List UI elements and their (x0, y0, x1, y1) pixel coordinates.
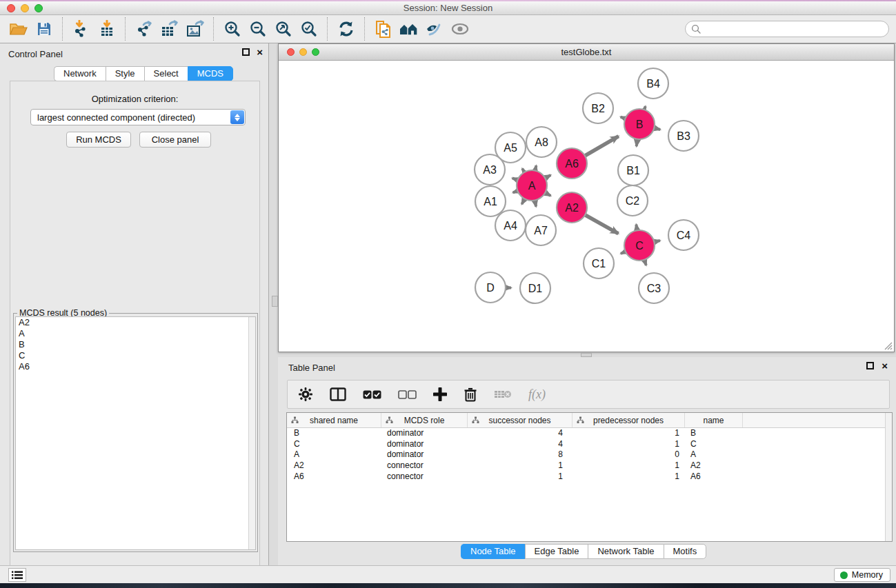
table-row[interactable]: Adominator80A (287, 449, 892, 460)
table-cell[interactable]: 1 (573, 472, 685, 483)
add-column-button[interactable] (433, 384, 447, 405)
tab-select[interactable]: Select (144, 66, 188, 81)
zoom-in-button[interactable] (219, 18, 245, 40)
table-row[interactable]: Cdominator41C (287, 439, 892, 450)
graph-node-C4[interactable]: C4 (668, 220, 699, 250)
tab-style[interactable]: Style (106, 66, 144, 81)
tab-motifs[interactable]: Motifs (664, 544, 707, 559)
tab-network-table[interactable]: Network Table (588, 544, 663, 559)
graph-node-A8[interactable]: A8 (526, 127, 557, 157)
clone-network-button[interactable] (370, 18, 396, 40)
table-cell[interactable]: connector (381, 472, 468, 483)
graph-node-C2[interactable]: C2 (617, 185, 648, 216)
save-session-button[interactable] (31, 18, 57, 40)
table-float-panel-icon[interactable] (866, 362, 874, 369)
delete-column-button[interactable] (464, 384, 477, 405)
export-image-button[interactable] (182, 18, 208, 40)
delete-table-button[interactable] (494, 384, 512, 405)
graph-node-D[interactable]: D (475, 272, 506, 303)
column-header-shared-name[interactable]: shared name (287, 413, 381, 427)
column-header-successor-nodes[interactable]: successor nodes (468, 413, 573, 427)
run-mcds-button[interactable]: Run MCDS (66, 132, 131, 148)
mcds-list-scrollbar[interactable] (248, 317, 255, 549)
select-all-checks-button[interactable] (363, 384, 381, 405)
table-cell[interactable]: A2 (287, 460, 381, 472)
graph-node-A7[interactable]: A7 (526, 215, 556, 245)
deselect-all-checks-button[interactable] (398, 384, 417, 405)
graph-node-A[interactable]: A (517, 170, 547, 201)
zoom-selected-button[interactable] (296, 18, 321, 40)
table-close-panel-icon[interactable]: × (882, 362, 888, 369)
graph-node-C3[interactable]: C3 (639, 273, 669, 303)
table-cell[interactable]: dominator (381, 449, 468, 460)
show-column-button[interactable] (330, 384, 346, 405)
column-header-predecessor-nodes[interactable]: predecessor nodes (573, 413, 685, 427)
export-network-button[interactable] (131, 18, 157, 40)
column-header-name[interactable]: name (685, 413, 743, 427)
criterion-dropdown[interactable]: largest connected component (directed) (30, 109, 246, 125)
table-cell[interactable]: dominator (381, 439, 468, 450)
table-cell[interactable]: A (287, 449, 381, 460)
table-cell[interactable]: 8 (468, 449, 573, 460)
import-table-button[interactable] (94, 18, 119, 40)
column-header-mcds-role[interactable]: MCDS role (381, 413, 468, 427)
import-network-button[interactable] (68, 18, 94, 40)
search-input[interactable] (685, 21, 889, 37)
table-cell[interactable]: dominator (381, 428, 468, 439)
graph-node-B4[interactable]: B4 (638, 68, 668, 99)
table-cell[interactable]: C (287, 439, 381, 450)
graph-node-A4[interactable]: A4 (495, 210, 526, 241)
vertical-divider-handle[interactable] (272, 296, 278, 307)
memory-button[interactable]: Memory (834, 568, 890, 582)
table-cell[interactable]: C (685, 439, 743, 450)
close-panel-button[interactable]: Close panel (139, 132, 211, 148)
table-cell[interactable]: 1 (573, 428, 685, 439)
close-panel-icon[interactable]: × (257, 48, 263, 56)
table-cell[interactable]: A (685, 449, 743, 460)
graph-node-B2[interactable]: B2 (583, 93, 613, 123)
graph-node-A6[interactable]: A6 (557, 148, 587, 179)
zoom-out-button[interactable] (245, 18, 270, 40)
graph-node-A3[interactable]: A3 (475, 154, 505, 185)
table-row[interactable]: A2connector11A2 (287, 460, 892, 472)
graph-node-A2[interactable]: A2 (557, 192, 587, 223)
tab-mcds[interactable]: MCDS (188, 66, 233, 81)
mcds-result-item[interactable]: B (16, 339, 255, 350)
table-cell[interactable]: A2 (685, 460, 743, 472)
table-cell[interactable]: 1 (468, 460, 573, 472)
mcds-result-item[interactable]: A6 (16, 361, 255, 372)
table-cell[interactable]: 4 (468, 428, 573, 439)
mcds-result-item[interactable]: C (16, 350, 255, 361)
show-details-button[interactable] (447, 18, 472, 40)
export-table-button[interactable] (157, 18, 182, 40)
mcds-result-item[interactable]: A2 (16, 317, 255, 328)
table-scrollbar[interactable] (885, 413, 892, 541)
graph-node-B3[interactable]: B3 (668, 121, 699, 151)
tab-network[interactable]: Network (54, 66, 106, 81)
table-cell[interactable]: connector (381, 460, 468, 472)
table-cell[interactable]: B (685, 428, 743, 439)
network-canvas[interactable]: B4B2BB3A5A8A6A3B1AA1C2A2A4A7C4CC1C3DD1 (279, 61, 894, 352)
float-panel-icon[interactable] (242, 48, 250, 56)
open-session-button[interactable] (6, 18, 31, 40)
graph-node-C1[interactable]: C1 (584, 248, 614, 278)
table-cell[interactable]: 1 (573, 439, 685, 450)
table-cell[interactable]: A6 (685, 472, 743, 483)
graph-node-A1[interactable]: A1 (475, 186, 506, 216)
resize-grip-icon[interactable] (884, 341, 893, 350)
graph-node-C[interactable]: C (624, 230, 655, 261)
mcds-result-list[interactable]: A2ABCA6 (15, 316, 256, 550)
tab-edge-table[interactable]: Edge Table (525, 544, 588, 559)
table-row[interactable]: Bdominator41B (287, 428, 892, 439)
zoom-fit-button[interactable] (270, 18, 296, 40)
first-neighbors-button[interactable] (396, 18, 421, 40)
table-cell[interactable]: A6 (287, 472, 381, 483)
graph-node-B1[interactable]: B1 (618, 155, 648, 185)
graph-node-D1[interactable]: D1 (520, 273, 550, 303)
graph-node-B[interactable]: B (624, 109, 655, 139)
tab-node-table[interactable]: Node Table (461, 544, 525, 559)
table-cell[interactable]: 0 (573, 449, 685, 460)
refresh-view-button[interactable] (333, 18, 359, 40)
function-builder-button[interactable]: f(x) (528, 384, 546, 405)
network-window-titlebar[interactable]: testGlobe.txt (279, 44, 894, 61)
